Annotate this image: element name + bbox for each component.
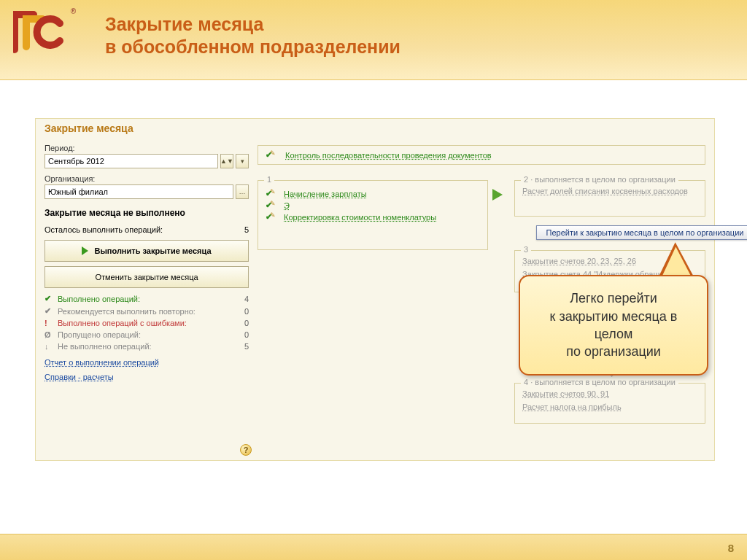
right-column: Контроль последовательности проведения д… [258,145,705,174]
stat-row: ↓Не выполнено операций:5 [44,341,249,352]
remaining-value: 5 [244,225,249,234]
arrow-right-icon [492,189,503,201]
page-number: 8 [728,542,734,554]
op-cost-correction[interactable]: Корректировка стоимости номенклатуры [284,213,436,222]
check-icon [266,150,278,160]
report-link[interactable]: Отчет о выполнении операций [44,358,159,367]
group-4-legend: 4 · выполняется в целом по организации [521,378,678,386]
op-hidden[interactable]: Э [284,201,290,210]
slide-title: Закрытие месяца в обособленном подраздел… [105,13,400,59]
status-icon: ✔ [44,306,55,316]
stat-value: 5 [244,342,249,351]
control-sequence-link[interactable]: Контроль последовательности проведения д… [285,151,492,160]
op-salary[interactable]: Начисление зарплаты [284,190,367,198]
stat-row: !Выполнено операций с ошибками:0 [44,317,249,329]
op-indirect-costs[interactable]: Расчет долей списания косвенных расходов [522,187,688,195]
period-label: Период: [44,144,249,152]
group-1: 1 Начисление зарплаты Э Корректировка ст… [258,180,488,250]
org-label: Организация: [44,174,249,183]
check-icon [266,189,278,198]
cancel-button[interactable]: Отменить закрытие месяца [44,266,249,288]
check-icon [266,212,278,222]
footer-bar: 8 [0,534,747,560]
logo-1c: ® [13,9,71,55]
status-icon: ! [44,319,55,327]
left-column: Период: Сентябрь 2012 ▲▼ ▾ Организация: … [44,141,249,381]
status-text: Закрытие месяца не выполнено [44,208,249,218]
org-field[interactable]: Южный филиал [44,184,233,199]
org-picker[interactable]: … [236,184,249,199]
status-icon: ✔ [44,294,55,303]
op-profit-tax[interactable]: Расчет налога на прибыль [522,402,622,411]
play-icon [82,246,88,255]
stat-value: 0 [244,319,249,327]
help-icon[interactable]: ? [240,444,252,456]
period-dropdown[interactable]: ▾ [236,154,249,168]
remaining-label: Осталось выполнить операций: [44,225,163,234]
stat-row: ØПропущено операций:0 [44,329,249,341]
stat-value: 4 [244,295,249,303]
group-4: 4 · выполняется в целом по организации З… [514,383,705,424]
panel-title: Закрытие месяца [36,119,714,136]
period-field[interactable]: Сентябрь 2012 [44,154,218,168]
op-close-accounts-90[interactable]: Закрытие счетов 90, 91 [522,389,609,398]
stat-label: Не выполнено операций: [55,342,244,351]
slide-header: ® Закрытие месяца в обособленном подразд… [0,0,747,80]
stat-label: Выполнено операций с ошибками: [55,319,244,327]
goto-org-close-button[interactable]: Перейти к закрытию месяца в целом по орг… [536,225,747,240]
group-1-legend: 1 [264,175,274,184]
stat-row: ✔Рекомендуется выполнить повторно:0 [44,305,249,317]
op-close-accounts-20[interactable]: Закрытие счетов 20, 23, 25, 26 [522,257,636,265]
group-2-legend: 2 · выполняется в целом по организации [521,175,678,184]
stat-row: ✔Выполнено операций:4 [44,292,249,305]
stat-value: 0 [244,307,249,316]
status-icon: ↓ [44,342,55,351]
app-panel: Закрытие месяца Период: Сентябрь 2012 ▲▼… [35,118,715,461]
stats-list: ✔Выполнено операций:4✔Рекомендуется выпо… [44,292,249,352]
execute-button[interactable]: Выполнить закрытие месяца [44,240,249,262]
group-2: 2 · выполняется в целом по организации Р… [514,180,705,217]
callout-bubble: Легко перейти к закрытию месяца в целом … [519,275,708,376]
period-stepper[interactable]: ▲▼ [220,154,233,168]
status-icon: Ø [44,330,55,339]
check-icon [266,201,278,210]
control-box: Контроль последовательности проведения д… [258,145,705,165]
stat-value: 0 [244,330,249,339]
group-3-legend: 3 [521,245,531,254]
stat-label: Рекомендуется выполнить повторно: [55,307,244,316]
stat-label: Выполнено операций: [55,295,244,303]
references-link[interactable]: Справки - расчеты [44,373,114,381]
stat-label: Пропущено операций: [55,330,244,339]
